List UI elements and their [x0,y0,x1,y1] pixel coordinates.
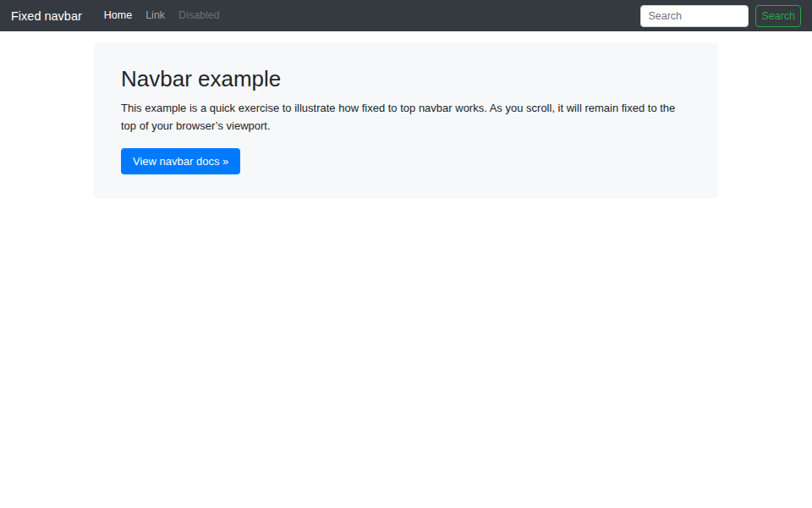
jumbotron-panel: Navbar example This example is a quick e… [94,43,718,198]
main-container: Navbar example This example is a quick e… [94,43,718,198]
top-navbar: Fixed navbar Home Link Disabled Search [0,0,812,31]
search-input[interactable] [640,5,749,27]
intro-paragraph: This example is a quick exercise to illu… [121,99,691,135]
search-button[interactable]: Search [755,5,801,27]
nav-item-home-wrap: Home [97,0,139,31]
navbar-brand[interactable]: Fixed navbar [11,9,82,23]
nav-item-disabled-wrap: Disabled [172,0,227,31]
page-title: Navbar example [121,66,691,92]
nav-link-link[interactable]: Link [139,0,172,31]
view-navbar-docs-button[interactable]: View navbar docs » [121,148,240,174]
nav-link-disabled: Disabled [172,0,227,31]
navbar-nav: Home Link Disabled [97,0,227,31]
navbar-search-form: Search [640,5,801,27]
nav-link-home[interactable]: Home [97,0,139,31]
nav-item-link-wrap: Link [139,0,172,31]
